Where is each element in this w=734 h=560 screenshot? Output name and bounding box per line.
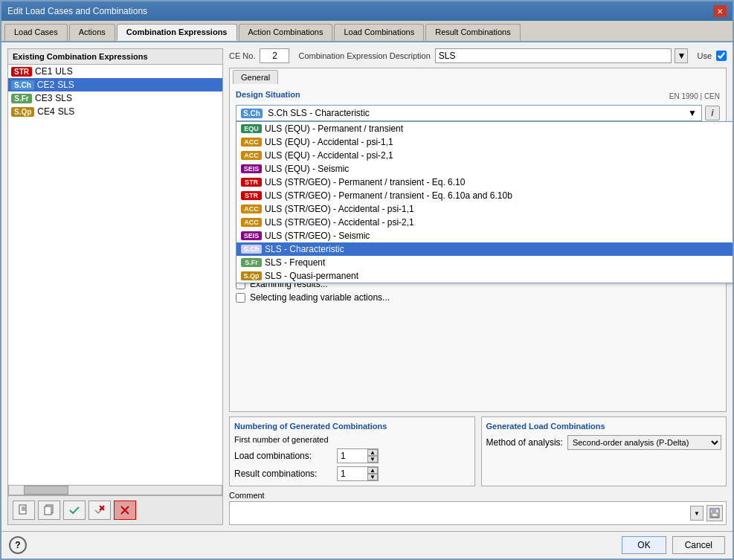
copy-button[interactable]	[38, 501, 60, 520]
tab-bar: Load Cases Actions Combination Expressio…	[1, 21, 733, 42]
general-tab-label[interactable]: General	[233, 70, 278, 84]
description-input[interactable]	[435, 48, 672, 63]
use-label: Use	[697, 51, 712, 60]
general-tab-section: General Design Situation EN 1990 | CEN	[229, 68, 727, 412]
list-item[interactable]: S.Fr CE3 SLS	[8, 91, 222, 105]
dropdown-item[interactable]: STR ULS (STR/GEO) - Permanent / transien…	[236, 176, 733, 189]
generated-section: Generated Load Combinations Method of an…	[481, 416, 727, 486]
comment-input[interactable]	[233, 509, 687, 518]
description-dropdown[interactable]: ▼	[675, 48, 688, 63]
svg-rect-0	[19, 505, 26, 514]
result-comb-up[interactable]: ▲	[367, 467, 378, 474]
top-form-row: CE No. 2 Combination Expression Descript…	[229, 48, 727, 63]
tab-combination-expressions[interactable]: Combination Expressions	[117, 24, 237, 41]
tab-result-combinations[interactable]: Result Combinations	[425, 24, 521, 41]
dropdown-arrow: ▼	[688, 108, 697, 118]
design-situation-section: Design Situation EN 1990 | CEN S.Ch S.Ch…	[236, 90, 720, 121]
result-comb-label: Result combinations:	[234, 469, 331, 479]
dropdown-item[interactable]: ACC ULS (STR/GEO) - Accidental - psi-1,1	[236, 202, 733, 216]
help-button[interactable]: ?	[9, 536, 27, 554]
comment-section: Comment ▼	[229, 491, 727, 525]
design-situation-label: Design Situation	[236, 90, 300, 99]
result-comb-input[interactable]	[338, 467, 367, 480]
tab-action-combinations[interactable]: Action Combinations	[239, 24, 333, 41]
method-row: Method of analysis: Second-order analysi…	[486, 435, 722, 450]
toolbar-buttons	[13, 501, 136, 520]
svg-rect-12	[712, 513, 718, 517]
dropdown-item[interactable]: SEIS ULS (STR/GEO) - Seismic	[236, 229, 733, 242]
delete-button[interactable]	[114, 501, 136, 520]
first-number-label: First number of generated	[234, 435, 470, 444]
selecting-checkbox[interactable]	[236, 293, 245, 303]
dropdown-item[interactable]: S.Qp SLS - Quasi-permanent	[236, 269, 733, 283]
list-item[interactable]: S.Ch CE2 SLS	[8, 78, 222, 91]
ce-no-value: 2	[260, 48, 289, 63]
item-desc: SLS	[58, 106, 75, 117]
check-button[interactable]	[63, 501, 86, 520]
info-button[interactable]: i	[705, 106, 720, 120]
left-panel-title: Existing Combination Expressions	[8, 49, 222, 65]
result-comb-down[interactable]: ▼	[367, 474, 378, 480]
badge-sfr: S.Fr	[11, 94, 32, 103]
delete-check-button[interactable]	[88, 501, 111, 520]
design-situation-row: S.Ch S.Ch SLS - Characteristic ▼ EQU	[236, 105, 720, 121]
dropdown-item[interactable]: ACC ULS (EQU) - Accidental - psi-2,1	[236, 149, 733, 162]
dropdown-item-selected[interactable]: S.Ch SLS - Characteristic	[236, 242, 733, 256]
dropdown-item[interactable]: S.Fr SLS - Frequent	[236, 256, 733, 269]
dropdown-item[interactable]: ACC ULS (STR/GEO) - Accidental - psi-2,1	[236, 216, 733, 229]
design-situation-menu: EQU ULS (EQU) - Permanent / transient AC…	[236, 121, 733, 283]
load-comb-input[interactable]	[338, 449, 367, 463]
design-situation-selected: S.Ch S.Ch SLS - Characteristic	[241, 108, 370, 118]
general-content: Design Situation EN 1990 | CEN S.Ch S.Ch…	[230, 84, 726, 309]
dialog-bottom: ? OK Cancel	[1, 531, 733, 559]
selecting-label: Selecting leading variable actions...	[250, 292, 390, 303]
close-button[interactable]: ✕	[713, 5, 727, 17]
left-panel: Existing Combination Expressions STR CE1…	[7, 48, 223, 525]
ok-button[interactable]: OK	[622, 536, 666, 554]
item-id: CE3	[35, 93, 52, 103]
comment-dropdown[interactable]: ▼	[690, 506, 704, 521]
method-label: Method of analysis:	[486, 437, 563, 448]
item-desc: ULS	[55, 66, 72, 77]
comment-input-row: ▼	[229, 501, 727, 525]
dropdown-item[interactable]: ACC ULS (EQU) - Accidental - psi-1,1	[236, 135, 733, 149]
badge-str: STR	[11, 67, 32, 77]
load-comb-down[interactable]: ▼	[367, 456, 378, 463]
dropdown-item[interactable]: SEIS ULS (EQU) - Seismic	[236, 162, 733, 176]
main-window: Edit Load Cases and Combinations ✕ Load …	[0, 0, 734, 560]
item-id: CE2	[37, 80, 54, 90]
use-group: Use	[697, 51, 727, 61]
tab-load-combinations[interactable]: Load Combinations	[334, 24, 424, 41]
window-title: Edit Load Cases and Combinations	[7, 6, 147, 16]
titlebar: Edit Load Cases and Combinations ✕	[1, 1, 733, 21]
svg-rect-5	[45, 506, 51, 515]
dropdown-item[interactable]: STR ULS (STR/GEO) - Permanent / transien…	[236, 189, 733, 202]
comment-save-icon[interactable]	[706, 505, 723, 521]
bottom-section: Numbering of Generated Combinations Firs…	[229, 416, 727, 486]
design-situation-dropdown-btn[interactable]: S.Ch S.Ch SLS - Characteristic ▼	[236, 105, 702, 121]
combination-list: STR CE1 ULS S.Ch CE2 SLS S.Fr CE3 SLS S.…	[8, 65, 222, 118]
method-select[interactable]: Second-order analysis (P-Delta) First-or…	[567, 435, 721, 450]
ce-no-label: CE No.	[229, 51, 255, 60]
horizontal-scrollbar[interactable]	[8, 485, 222, 495]
dropdown-item[interactable]: EQU ULS (EQU) - Permanent / transient	[236, 122, 733, 135]
new-button[interactable]	[13, 501, 35, 520]
list-item[interactable]: S.Qp CE4 SLS	[8, 105, 222, 118]
load-comb-label: Load combinations:	[234, 451, 331, 461]
svg-rect-11	[712, 509, 716, 512]
badge-sch: S.Ch	[11, 80, 34, 90]
badge-sqp: S.Qp	[11, 107, 34, 117]
tab-load-cases[interactable]: Load Cases	[4, 24, 68, 41]
use-checkbox[interactable]	[716, 51, 727, 61]
description-label: Combination Expression Description	[298, 51, 430, 60]
generated-title: Generated Load Combinations	[486, 422, 722, 431]
item-desc: SLS	[55, 93, 72, 103]
load-comb-up[interactable]: ▲	[367, 449, 378, 456]
list-item[interactable]: STR CE1 ULS	[8, 65, 222, 78]
design-situation-dropdown-container: S.Ch S.Ch SLS - Characteristic ▼ EQU	[236, 105, 702, 121]
load-comb-spinner[interactable]: ▲ ▼	[337, 448, 379, 463]
result-comb-spinner[interactable]: ▲ ▼	[337, 466, 379, 481]
cancel-button[interactable]: Cancel	[672, 536, 725, 554]
item-id: CE4	[37, 106, 54, 117]
tab-actions[interactable]: Actions	[69, 24, 115, 41]
